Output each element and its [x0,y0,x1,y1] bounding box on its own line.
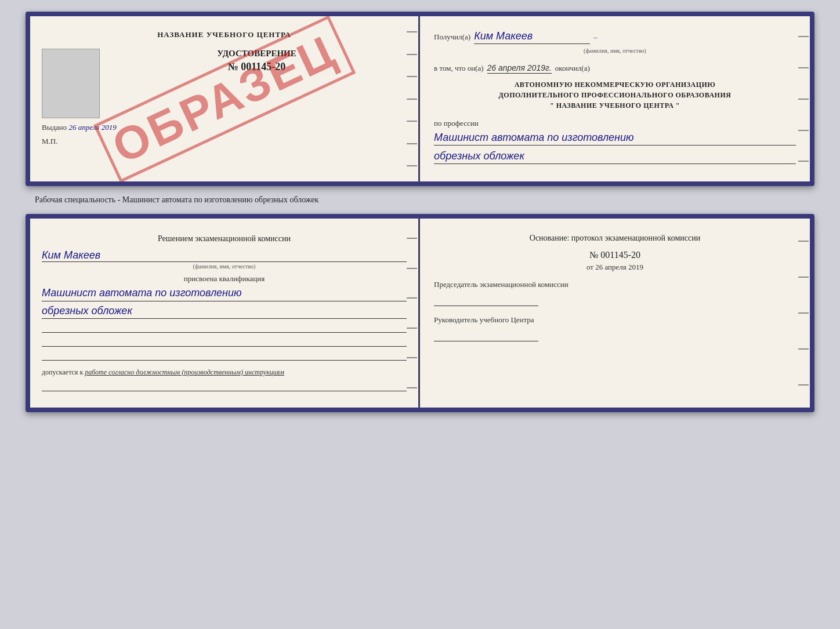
allowed-italic: работе согласно должностным (производств… [85,368,284,376]
doc1-left: НАЗВАНИЕ УЧЕБНОГО ЦЕНТРА УДОСТОВЕРЕНИЕ №… [30,16,420,181]
date-value: 26 апреля 2019г. [487,63,552,74]
institution-line-1: АВТОНОМНУЮ НЕКОММЕРЧЕСКУЮ ОРГАНИЗАЦИЮ [434,79,796,90]
mp-text: М.П. [42,137,407,146]
spine-line [407,31,417,32]
blank-line-4 [42,380,407,391]
spine-line [798,130,809,131]
doc1-right: Получил(а) Ким Макеев – (фамилия, имя, о… [420,16,810,181]
chair-label: Председатель экзаменационной комиссии [434,280,796,290]
protocol-num: № 001145-20 [434,250,796,260]
spine-lines-right [797,16,810,181]
spine-line [798,99,809,100]
exam-title: Решением экзаменационной комиссии [42,232,407,245]
qualif-line1: Машинист автомата по изготовлению [42,286,407,301]
spine-line [798,161,809,162]
qualif-label: присвоена квалификация [42,274,407,283]
spine-line [407,165,417,166]
doc2-right: Основание: протокол экзаменационной коми… [420,219,810,407]
spine-line [798,384,809,386]
allowed-prefix: допускается к [42,368,83,376]
protocol-date: от 26 апреля 2019 [434,263,796,272]
spine-line [798,348,809,350]
spine-lines-doc2-right [797,219,810,407]
profession-line2: обрезных обложек [434,149,796,164]
qualif-line2: обрезных обложек [42,304,407,319]
institution-line-2: ДОПОЛНИТЕЛЬНОГО ПРОФЕССИОНАЛЬНОГО ОБРАЗО… [434,90,796,100]
spine-line [798,312,809,314]
cert-body-left: УДОСТОВЕРЕНИЕ № 001145-20 [42,49,407,73]
watermark-образец: ОБРАЗЕЦ [93,15,355,183]
spine-line [407,357,417,358]
spine-line [407,54,417,55]
recv-name: Ким Макеев [474,30,590,44]
spine-line [798,67,809,68]
allowed-text: допускается к работе согласно должностны… [42,368,407,377]
cert-title: НАЗВАНИЕ УЧЕБНОГО ЦЕНТРА [42,30,407,39]
spine-line [798,277,809,278]
recv-subtext: (фамилия, имя, отчество) [434,48,796,54]
blank-line-1 [42,321,407,333]
spine-line [407,99,417,100]
exam-name: Ким Макеев [42,249,407,262]
blank-line-2 [42,335,407,347]
spine-line [407,328,417,329]
profession-label: по профессии [434,119,796,128]
issued-text: Выдано 26 апреля 2019 [42,123,407,132]
date-prefix: в том, что он(а) [434,64,484,73]
spine-line [798,36,809,37]
spine-line [407,76,417,77]
doc2-left: Решением экзаменационной комиссии Ким Ма… [30,219,420,407]
spine-line [407,238,417,239]
spine-line [407,121,417,122]
spine-line [407,143,417,144]
protocol-date-prefix: от [586,263,593,271]
blank-line-3 [42,349,407,361]
spine-line [798,241,809,242]
profession-line1: Машинист автомата по изготовлению [434,130,796,146]
spine-lines-left [405,16,418,181]
chair-sig-line [434,292,538,306]
date-line: в том, что он(а) 26 апреля 2019г. окончи… [434,63,796,74]
protocol-date-value: 26 апреля 2019 [595,263,643,271]
document-1: НАЗВАНИЕ УЧЕБНОГО ЦЕНТРА УДОСТОВЕРЕНИЕ №… [26,12,814,186]
spine-line [407,297,417,299]
photo-placeholder [42,49,100,118]
date-suffix: окончил(а) [555,64,590,73]
head-label: Руководитель учебного Центра [434,315,796,325]
issued-section: Выдано 26 апреля 2019 [42,123,407,132]
institution-line-3: " НАЗВАНИЕ УЧЕБНОГО ЦЕНТРА " [434,100,796,111]
doc-caption: Рабочая специальность - Машинист автомат… [12,195,318,205]
recv-prefix: Получил(а) [434,32,470,42]
spine-line [407,268,417,269]
head-sig-line [434,328,538,341]
basis-title: Основание: протокол экзаменационной коми… [434,232,796,244]
recv-line: Получил(а) Ким Макеев – [434,30,796,44]
spine-line [407,387,417,388]
institution-block: АВТОНОМНУЮ НЕКОММЕРЧЕСКУЮ ОРГАНИЗАЦИЮ ДО… [434,79,796,111]
spine-lines-doc2-left [405,219,418,407]
document-2: Решением экзаменационной комиссии Ким Ма… [26,214,814,412]
exam-subtext: (фамилия, имя, отчество) [42,263,407,270]
